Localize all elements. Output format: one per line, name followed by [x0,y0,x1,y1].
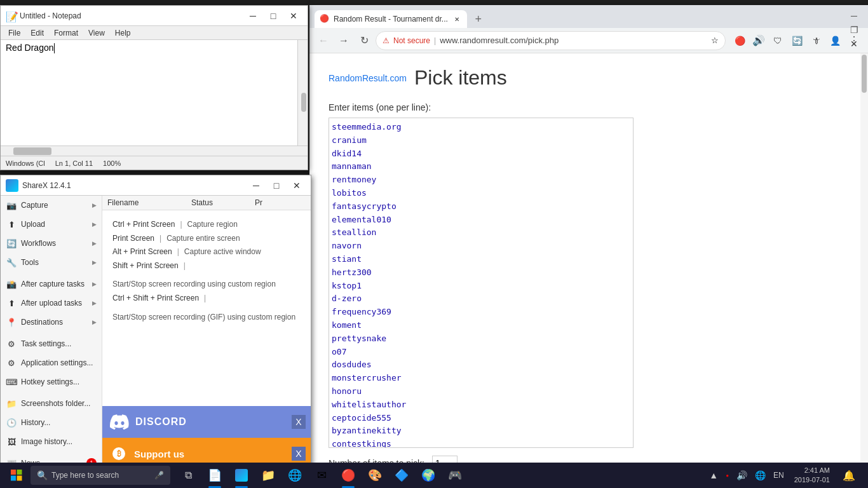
site-link[interactable]: RandomResult.com [329,73,407,83]
sharex-menu-tools[interactable]: 🔧 Tools [1,253,102,272]
list-item[interactable]: stiant [332,253,630,266]
list-item[interactable]: byzantinekitty [332,424,630,438]
sharex-menu-hotkey-settings[interactable]: ⌨ Hotkey settings... [1,372,102,391]
list-item[interactable]: elemental010 [332,214,630,227]
sharex-minimize-button[interactable]: ─ [247,179,265,193]
list-item[interactable]: whitelistauthor [332,398,630,412]
tray-expand-icon[interactable]: ▲ [707,468,721,483]
taskbar-app-blue[interactable]: 🔷 [389,463,414,488]
chrome-new-tab-button[interactable]: + [470,10,487,28]
sharex-menu-task-settings[interactable]: ⚙ Task settings... [1,334,102,353]
taskbar-sharex-icon [235,469,248,482]
sharex-menu-app-settings[interactable]: ⚙ Application settings... [1,353,102,372]
btc-logo: ₿ [110,445,128,463]
notepad-minimize-button[interactable]: ─ [244,9,262,23]
taskbar-app-notepad[interactable]: 📄 [202,463,227,488]
chrome-audio-button[interactable]: 🔊 [750,32,768,50]
taskbar-start-button[interactable] [3,463,31,488]
sharex-menu-upload[interactable]: ⬆ Upload [1,215,102,234]
list-item[interactable]: hertz300 [332,266,630,280]
taskbar-app-sharex[interactable] [229,463,254,488]
taskbar-app-globe[interactable]: 🌍 [416,463,441,488]
taskbar-notifications-button[interactable]: 🔔 [837,463,860,488]
chrome-forward-button[interactable]: → [335,32,353,50]
chrome-restore-button[interactable]: ❐ [845,23,863,37]
chrome-minimize-button[interactable]: ─ [845,9,863,23]
list-item[interactable]: o07 [332,346,630,359]
list-item[interactable]: steemmedia.org [332,121,630,134]
chrome-content[interactable]: RandomResult.com Pick items Enter items … [309,53,868,472]
taskbar-app-chrome[interactable]: 🔴 [336,463,361,488]
list-item[interactable]: prettysnake [332,332,630,346]
chrome-close-button[interactable]: ✕ [845,37,863,51]
sharex-maximize-button[interactable]: □ [268,179,285,193]
list-item[interactable]: steallion [332,226,630,240]
notepad-maximize-button[interactable]: □ [264,9,282,23]
taskbar-app-explorer[interactable]: 📁 [255,463,281,488]
taskbar-app-mail[interactable]: ✉ [309,463,334,488]
chrome-back-button[interactable]: ← [315,32,332,50]
tray-network-icon[interactable]: 🌐 [752,468,768,483]
list-item[interactable]: cranium [332,134,630,147]
list-item[interactable]: rentmoney [332,173,630,187]
list-item[interactable]: monstercrusher [332,372,630,385]
sharex-menu-history[interactable]: 🕒 History... [1,413,102,432]
taskbar-game-icon: 🎮 [448,468,462,482]
list-item[interactable]: d-zero [332,292,630,306]
list-item[interactable]: honoru [332,385,630,398]
list-item[interactable]: koment [332,319,630,332]
taskbar-app-task-view[interactable]: ⧉ [175,463,201,488]
list-item[interactable]: lobitos [332,187,630,200]
notepad-menu-edit[interactable]: Edit [25,27,49,39]
list-item[interactable]: mannaman [332,160,630,173]
chrome-reload-button[interactable]: ↻ [355,32,373,50]
list-item[interactable]: navorn [332,240,630,253]
bookmark-icon[interactable]: ☆ [711,36,719,45]
notepad-status-position: Ln 1, Col 11 [55,159,93,167]
notepad-vscrollbar[interactable] [297,40,308,146]
sharex-menu-after-upload[interactable]: ⬆ After upload tasks [1,294,102,313]
tools-icon: 🔧 [6,257,17,268]
discord-banner[interactable]: DISCORD X [102,406,311,438]
taskbar-search-box[interactable]: 🔍 Type here to search 🎤 [31,466,170,485]
list-item[interactable]: dosdudes [332,358,630,372]
items-textarea[interactable]: steemmedia.org cranium dkid14 mannaman r… [329,118,634,448]
notepad-editor[interactable]: Red Dragon [1,40,308,146]
sharex-menu-destinations[interactable]: 📍 Destinations [1,313,102,332]
notepad-hscrollbar[interactable] [1,146,308,156]
notepad-menu-format[interactable]: Format [49,27,83,39]
list-item[interactable]: contestkings [332,438,630,448]
taskbar-app-game[interactable]: 🎮 [442,463,468,488]
sharex-menu-screenshots-folder[interactable]: 📁 Screenshots folder... [1,394,102,413]
support-close-button[interactable]: X [292,447,306,461]
list-item[interactable]: frequency369 [332,306,630,319]
list-item[interactable]: dkid14 [332,147,630,161]
sharex-menu-image-history[interactable]: 🖼 Image history... [1,432,102,451]
taskbar-app-ie[interactable]: 🌐 [282,463,308,488]
chrome-user-button[interactable]: 👤 [826,32,844,50]
notepad-menu-file[interactable]: File [3,27,25,39]
chrome-tab-close-button[interactable]: ✕ [452,14,462,24]
chrome-sync-button[interactable]: 🔄 [788,32,806,50]
chrome-tab-active[interactable]: 🔴 Random Result - Tournament dr... ✕ [315,10,467,28]
sharex-menu-capture[interactable]: 📷 Capture [1,196,102,215]
taskbar-app-paint[interactable]: 🎨 [362,463,388,488]
chrome-profile-button[interactable]: 🛡 [769,32,787,50]
chrome-vscrollbar[interactable] [860,53,868,472]
notepad-close-button[interactable]: ✕ [285,9,302,23]
discord-close-button[interactable]: X [292,415,306,429]
notepad-menu-help[interactable]: Help [110,27,136,39]
taskbar-clock[interactable]: 2:41 AM 2019-07-01 [789,464,835,487]
list-item[interactable]: fantasycrypto [332,200,630,214]
notepad-menu-view[interactable]: View [83,27,110,39]
chrome-address-bar[interactable]: ⚠ Not secure | www.randomresult.com/pick… [376,31,726,50]
chrome-extension2-button[interactable]: 🗡 [807,32,825,50]
list-item[interactable]: kstop1 [332,280,630,293]
list-item[interactable]: ceptocide555 [332,412,630,425]
chrome-extensions-button[interactable]: 🔴 [731,32,749,50]
sharex-close-button[interactable]: ✕ [288,179,306,193]
tray-lang-icon[interactable]: EN [771,468,787,482]
tray-speaker-icon[interactable]: 🔊 [734,468,750,483]
sharex-menu-after-capture[interactable]: 📸 After capture tasks [1,274,102,294]
sharex-menu-workflows[interactable]: 🔄 Workflows [1,234,102,253]
